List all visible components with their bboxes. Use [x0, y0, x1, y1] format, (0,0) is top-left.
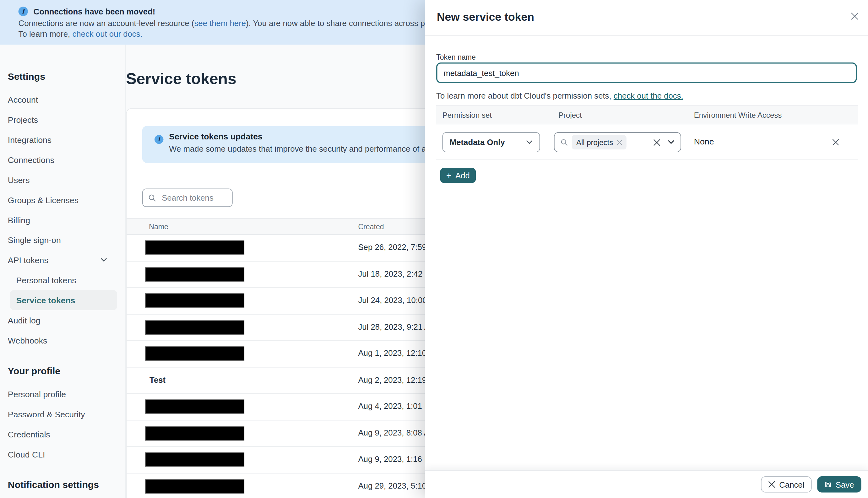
cancel-button-label: Cancel: [779, 480, 804, 489]
sidebar-item-label: Projects: [8, 115, 38, 124]
sidebar-item-projects[interactable]: Projects: [8, 109, 117, 129]
settings-sidebar: Settings AccountProjectsIntegrationsConn…: [0, 44, 126, 498]
permission-table-header: Permission set Project Environment Write…: [436, 105, 858, 124]
new-service-token-drawer: New service token Token name To learn mo…: [425, 0, 868, 498]
sidebar-item-credentials[interactable]: Credentials: [8, 424, 117, 444]
close-icon: [832, 139, 839, 145]
sidebar-heading-settings: Settings: [8, 71, 117, 82]
save-icon: [824, 481, 831, 488]
close-icon: [768, 481, 775, 488]
redacted-token-name: [145, 293, 244, 308]
sidebar-item-audit-log[interactable]: Audit log: [8, 310, 117, 330]
see-them-here-link[interactable]: see them here: [194, 19, 246, 28]
sidebar-item-label: Integrations: [8, 135, 52, 144]
name-column-header: Name: [149, 223, 168, 231]
token-name-label: Token name: [436, 53, 476, 62]
sidebar-item-label: Groups & Licenses: [8, 195, 79, 205]
token-name-input[interactable]: [436, 63, 857, 83]
sidebar-settings-list: AccountProjectsIntegrationsConnectionsUs…: [8, 89, 117, 350]
project-column-header: Project: [558, 111, 582, 119]
close-drawer-button[interactable]: [848, 10, 862, 23]
environment-write-access-column-header: Environment Write Access: [694, 111, 781, 119]
drawer-title: New service token: [437, 11, 534, 24]
sidebar-item-label: Service tokens: [16, 296, 75, 305]
redacted-token-name: [145, 346, 244, 361]
sidebar-item-service-tokens[interactable]: Service tokens: [10, 290, 117, 310]
chip-remove-icon[interactable]: [617, 140, 622, 145]
project-chip[interactable]: All projects: [572, 135, 627, 149]
check-docs-link[interactable]: check out our docs.: [72, 29, 142, 38]
chevron-down-icon: [526, 140, 532, 144]
project-chip-label: All projects: [576, 138, 613, 147]
redacted-token-name: [145, 453, 244, 467]
sidebar-item-label: Personal tokens: [16, 275, 76, 285]
search-icon: [561, 139, 568, 146]
permission-set-select[interactable]: Metadata Only: [443, 132, 540, 152]
search-icon: [148, 194, 156, 201]
sidebar-item-label: Connections: [8, 155, 54, 164]
redacted-token-name: [145, 399, 244, 414]
check-out-docs-link[interactable]: check out the docs.: [614, 91, 683, 100]
remove-row-button[interactable]: [829, 136, 842, 148]
sidebar-item-label: Credentials: [8, 429, 50, 438]
search-tokens-box: [142, 188, 233, 207]
sidebar-item-users[interactable]: Users: [8, 170, 117, 189]
redacted-token-name: [145, 240, 244, 255]
sidebar-heading-notification-settings: Notification settings: [8, 480, 117, 491]
drawer-header: New service token: [425, 0, 868, 36]
permission-set-column-header: Permission set: [443, 111, 492, 119]
sidebar-item-account[interactable]: Account: [8, 89, 117, 109]
sidebar-item-label: Password & Security: [8, 409, 85, 419]
close-icon: [851, 12, 858, 20]
save-button[interactable]: Save: [817, 476, 861, 493]
sidebar-item-webhooks[interactable]: Webhooks: [8, 330, 117, 351]
permission-row: Metadata Only All projects None: [436, 124, 858, 160]
add-permission-button[interactable]: + Add: [440, 168, 476, 183]
info-icon: i: [155, 135, 163, 144]
cancel-button[interactable]: Cancel: [761, 476, 812, 493]
sidebar-item-password-security[interactable]: Password & Security: [8, 404, 117, 424]
sidebar-item-label: Billing: [8, 215, 30, 224]
redacted-token-name: [145, 320, 244, 335]
permission-set-value: Metadata Only: [450, 138, 505, 147]
sidebar-item-label: Account: [8, 94, 38, 104]
sidebar-item-connections[interactable]: Connections: [8, 149, 117, 170]
sidebar-profile-list: Personal profilePassword & SecurityCrede…: [8, 384, 117, 464]
sidebar-item-label: Personal profile: [8, 389, 66, 398]
sidebar-item-cloud-cli[interactable]: Cloud CLI: [8, 444, 117, 464]
sidebar-item-billing[interactable]: Billing: [8, 210, 117, 230]
sidebar-item-label: Single sign-on: [8, 235, 61, 245]
redacted-token-name: [145, 479, 244, 493]
chevron-down-icon: [668, 140, 674, 144]
banner-body-line2: To learn more, check out our docs.: [18, 29, 143, 38]
sidebar-item-label: Webhooks: [8, 335, 47, 345]
banner-text: To learn more,: [18, 29, 73, 38]
plus-icon: +: [446, 171, 451, 180]
redacted-token-name: [145, 426, 244, 440]
sidebar-item-label: Cloud CLI: [8, 449, 45, 459]
callout-title: Service tokens updates: [169, 132, 263, 141]
help-text: To learn more about dbt Cloud's permissi…: [436, 91, 614, 100]
info-icon: i: [18, 6, 28, 16]
clear-selection-icon[interactable]: [653, 139, 660, 146]
search-input[interactable]: [161, 193, 227, 203]
drawer-footer: Cancel Save: [425, 470, 868, 498]
sidebar-item-single-sign-on[interactable]: Single sign-on: [8, 230, 117, 250]
environment-write-access-value: None: [694, 136, 714, 146]
page-title: Service tokens: [126, 70, 236, 88]
banner-text: Connections are now an account-level res…: [18, 19, 194, 28]
created-column-header: Created: [358, 223, 384, 231]
chevron-down-icon: [101, 258, 107, 262]
sidebar-item-label: Audit log: [8, 316, 40, 325]
permission-sets-help-text: To learn more about dbt Cloud's permissi…: [436, 91, 683, 100]
redacted-token-name: [145, 267, 244, 281]
permission-table: Permission set Project Environment Write…: [436, 105, 858, 160]
project-multiselect[interactable]: All projects: [554, 132, 681, 152]
sidebar-item-api-tokens[interactable]: API tokens: [8, 250, 117, 270]
sidebar-item-personal-profile[interactable]: Personal profile: [8, 384, 117, 404]
sidebar-item-integrations[interactable]: Integrations: [8, 129, 117, 149]
sidebar-item-personal-tokens[interactable]: Personal tokens: [8, 270, 117, 290]
sidebar-item-groups-licenses[interactable]: Groups & Licenses: [8, 189, 117, 210]
sidebar-heading-your-profile: Your profile: [8, 366, 117, 377]
sidebar-item-label: Users: [8, 175, 30, 184]
